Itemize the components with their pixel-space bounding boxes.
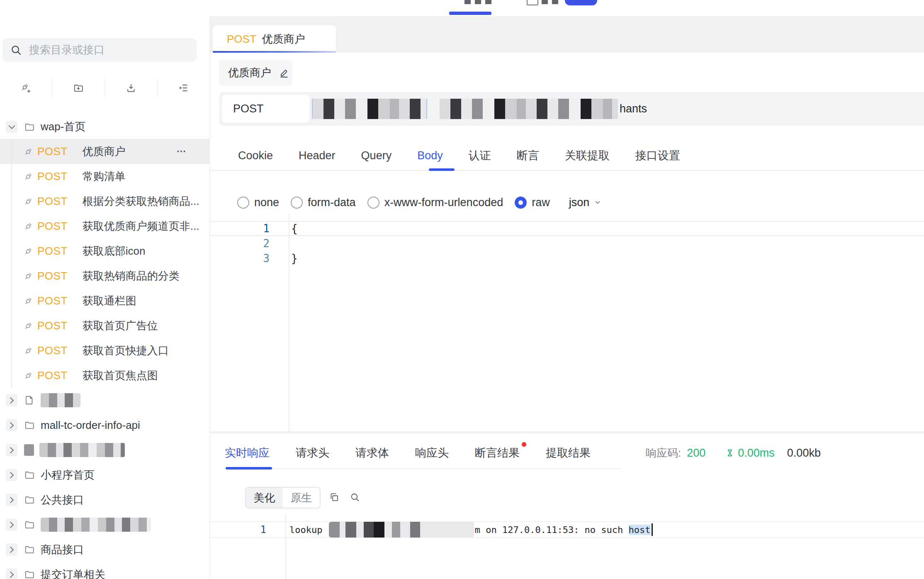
tree-api-item[interactable]: POST 获取热销商品的分类 bbox=[0, 263, 209, 288]
body-type-urlencoded[interactable]: x-www-form-urlencoded bbox=[367, 196, 503, 209]
chevron-right-icon[interactable] bbox=[6, 469, 17, 481]
response-status: 响应码: 200 0.00ms 0.00kb bbox=[646, 446, 821, 460]
view-pretty-button[interactable]: 美化 bbox=[246, 488, 283, 508]
radio-icon[interactable] bbox=[367, 197, 379, 209]
tab-response-headers[interactable]: 响应头 bbox=[415, 445, 449, 460]
tree-api-item[interactable]: POST 获取通栏图 bbox=[0, 288, 209, 313]
method-badge: POST bbox=[37, 170, 68, 183]
raw-format-select[interactable]: json bbox=[569, 196, 602, 209]
tree-api-item[interactable]: POST 获取优质商户频道页非... bbox=[0, 214, 209, 238]
chevron-right-icon[interactable] bbox=[6, 518, 17, 531]
chevron-right-icon[interactable] bbox=[6, 419, 17, 431]
cutoff-primary-pill-button[interactable] bbox=[565, 0, 597, 5]
tab-extract-result[interactable]: 提取结果 bbox=[546, 445, 591, 460]
response-viewer[interactable]: 1 lookup m on 127.0.0.11:53: no such hos… bbox=[210, 514, 924, 579]
line-code: { bbox=[291, 222, 298, 235]
copy-icon[interactable] bbox=[329, 492, 340, 503]
collapse-list-button[interactable] bbox=[157, 78, 210, 98]
api-plug-icon bbox=[24, 197, 33, 206]
tab-body[interactable]: Body bbox=[417, 149, 443, 162]
body-type-none[interactable]: none bbox=[237, 196, 279, 209]
doc-tab-active-underline bbox=[213, 51, 336, 53]
api-title-chip[interactable]: 优质商户 bbox=[219, 60, 292, 86]
line-code: } bbox=[291, 252, 298, 265]
chevron-right-icon[interactable] bbox=[6, 543, 17, 556]
tab-extract[interactable]: 关联提取 bbox=[565, 148, 610, 163]
sidebar-search-box[interactable] bbox=[2, 38, 197, 62]
tab-request-body[interactable]: 请求体 bbox=[355, 445, 389, 460]
tree-api-selected[interactable]: POST 优质商户 bbox=[0, 139, 209, 164]
tree-folder-item[interactable]: 商品接口 bbox=[0, 537, 209, 562]
new-folder-button[interactable] bbox=[52, 78, 105, 98]
request-url-bar[interactable]: POST hants bbox=[219, 92, 924, 126]
tab-api-settings[interactable]: 接口设置 bbox=[635, 148, 680, 163]
tab-assert-result[interactable]: 断言结果 bbox=[475, 445, 520, 460]
response-tabs: 实时响应 请求头 请求体 响应头 断言结果 提取结果 响应码: 200 0.00… bbox=[210, 438, 924, 468]
method-badge: POST bbox=[37, 195, 68, 208]
import-button[interactable] bbox=[105, 78, 157, 98]
chevron-right-icon[interactable] bbox=[6, 444, 17, 456]
editor-line: 1 { bbox=[210, 221, 924, 236]
chevron-right-icon[interactable] bbox=[6, 494, 17, 506]
radio-selected-icon[interactable] bbox=[515, 197, 527, 209]
api-title-text: 优质商户 bbox=[228, 66, 271, 80]
view-raw-button[interactable]: 原生 bbox=[283, 488, 320, 508]
tab-request-headers[interactable]: 请求头 bbox=[296, 445, 329, 460]
body-type-raw[interactable]: raw bbox=[515, 196, 550, 209]
search-input[interactable] bbox=[28, 43, 154, 57]
tab-assert[interactable]: 断言 bbox=[517, 148, 539, 163]
tab-auth[interactable]: 认证 bbox=[469, 148, 491, 163]
url-redacted-variable-segment bbox=[312, 99, 427, 119]
tree-folder-item[interactable]: 小程序首页 bbox=[0, 462, 209, 487]
pane-divider[interactable] bbox=[210, 431, 924, 433]
main-panel: POST 优质商户 优质商户 POST hants Cookie Header … bbox=[210, 0, 924, 579]
download-icon bbox=[126, 83, 136, 93]
api-plug-icon bbox=[24, 296, 33, 305]
chevron-down-icon[interactable] bbox=[6, 121, 17, 133]
tree-api-item[interactable]: POST 获取首页焦点图 bbox=[0, 363, 209, 388]
body-type-form-data[interactable]: form-data bbox=[291, 196, 356, 209]
chevron-right-icon[interactable] bbox=[6, 394, 17, 406]
radio-icon[interactable] bbox=[237, 197, 249, 209]
body-code-editor[interactable]: 1 { 2 3 } bbox=[210, 214, 924, 431]
radio-label: form-data bbox=[308, 196, 356, 209]
add-api-button[interactable] bbox=[0, 78, 52, 98]
more-actions-icon[interactable] bbox=[176, 146, 187, 157]
doc-tab-title: 优质商户 bbox=[262, 32, 305, 46]
method-select-value: POST bbox=[233, 102, 264, 115]
raw-format-value: json bbox=[569, 196, 590, 209]
tree-folder-item[interactable]: 公共接口 bbox=[0, 487, 209, 512]
tree-folder-item[interactable]: 提交订单相关 bbox=[0, 562, 209, 579]
active-top-tab-underline bbox=[449, 12, 491, 15]
tree-item-redacted[interactable] bbox=[0, 388, 209, 413]
editor-line: 3 } bbox=[210, 251, 924, 266]
tree-api-item[interactable]: POST 根据分类获取热销商品... bbox=[0, 189, 209, 214]
edit-pencil-icon[interactable] bbox=[279, 68, 289, 78]
tree-api-item[interactable]: POST 获取首页快捷入口 bbox=[0, 338, 209, 363]
chevron-right-icon[interactable] bbox=[6, 568, 17, 579]
tab-header[interactable]: Header bbox=[299, 149, 336, 162]
tree-api-item[interactable]: POST 常购清单 bbox=[0, 164, 209, 189]
folder-name: 公共接口 bbox=[41, 493, 84, 507]
method-select[interactable]: POST bbox=[222, 95, 309, 123]
search-response-icon[interactable] bbox=[350, 492, 360, 503]
tab-live-response[interactable]: 实时响应 bbox=[225, 445, 270, 460]
api-name: 优质商户 bbox=[83, 144, 126, 159]
tab-query[interactable]: Query bbox=[361, 149, 392, 162]
radio-icon[interactable] bbox=[291, 197, 303, 209]
tree-item-redacted[interactable] bbox=[0, 438, 209, 462]
cutoff-label-fragment bbox=[542, 0, 561, 4]
open-document-tab[interactable]: POST 优质商户 bbox=[213, 25, 336, 53]
tree-api-item[interactable]: POST 获取首页广告位 bbox=[0, 313, 209, 338]
redacted-icon bbox=[24, 444, 34, 456]
tree-folder-item[interactable]: mall-tc-order-info-api bbox=[0, 413, 209, 438]
doc-icon bbox=[24, 395, 35, 406]
tree-folder-wap-home[interactable]: wap-首页 bbox=[0, 114, 209, 139]
sidebar-toolbar bbox=[0, 78, 209, 98]
tree-folder-redacted[interactable] bbox=[0, 512, 209, 537]
api-name: 常购清单 bbox=[83, 169, 126, 184]
folder-name: mall-tc-order-info-api bbox=[41, 419, 140, 432]
tab-cookie[interactable]: Cookie bbox=[238, 149, 273, 162]
api-plug-icon bbox=[24, 346, 33, 355]
tree-api-item[interactable]: POST 获取底部icon bbox=[0, 238, 209, 263]
